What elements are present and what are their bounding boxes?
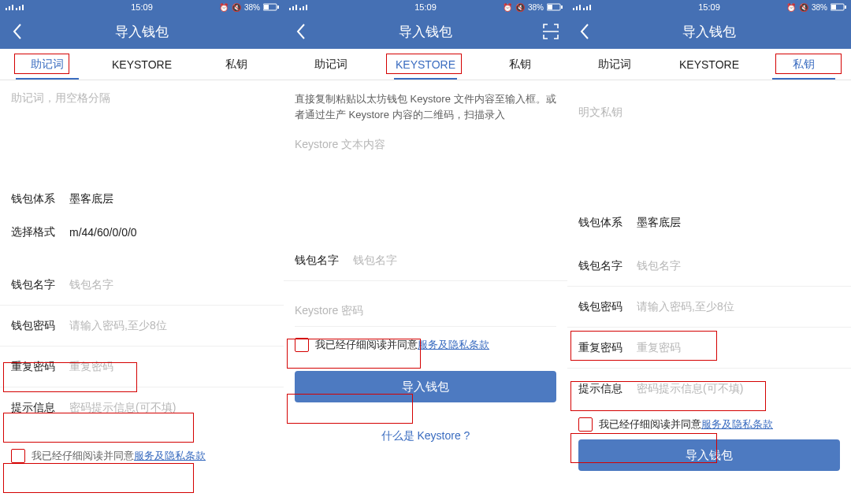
tabs: 助记词 KEYSTORE 私钥 — [284, 49, 567, 80]
format-label: 选择格式 — [11, 225, 69, 239]
tab-mnemonic[interactable]: 助记词 — [0, 49, 95, 80]
what-is-keystore-link[interactable]: 什么是 Keystore ? — [284, 410, 567, 462]
wallet-pwd-label: 钱包密码 — [11, 319, 69, 333]
mnemonic-textarea[interactable]: 助记词，用空格分隔 — [0, 80, 284, 183]
back-icon — [295, 23, 307, 40]
wallet-hint-label: 提示信息 — [578, 382, 637, 396]
consent-checkbox[interactable] — [295, 338, 309, 352]
tab-label: 私钥 — [793, 57, 815, 72]
consent-checkbox[interactable] — [11, 449, 25, 463]
consent-checkbox[interactable] — [578, 417, 593, 432]
consent-text: 我已经仔细阅读并同意服务及隐私条款 — [315, 338, 489, 352]
tab-privkey[interactable]: 私钥 — [189, 49, 284, 80]
wallet-pwd-row[interactable]: 钱包密码 请输入密码,至少8位 — [567, 287, 851, 328]
consent-text: 我已经仔细阅读并同意服务及隐私条款 — [32, 449, 206, 463]
wallet-pwd-placeholder: 请输入密码,至少8位 — [69, 319, 167, 333]
scan-icon — [542, 23, 559, 40]
wallet-pwd2-placeholder: 重复密码 — [637, 341, 681, 355]
consent-row[interactable]: 我已经仔细阅读并同意服务及隐私条款 — [567, 410, 851, 435]
consent-row[interactable]: 我已经仔细阅读并同意服务及隐私条款 — [284, 327, 567, 363]
wallet-name-row[interactable]: 钱包名字 钱包名字 — [0, 265, 284, 306]
tab-keystore[interactable]: KEYSTORE — [662, 49, 756, 80]
wallet-hint-placeholder: 密码提示信息(可不填) — [69, 401, 176, 415]
format-value: m/44/60/0/0/0 — [69, 226, 137, 239]
screen-privkey: 15:09 ⏰ 🔇 38% 导入钱包 助记词 KEYSTORE 私钥 明文私钥 … — [567, 0, 851, 504]
wallet-hint-label: 提示信息 — [11, 401, 69, 415]
wallet-system-row[interactable]: 钱包体系 墨客底层 — [567, 206, 851, 239]
wallet-name-placeholder: 钱包名字 — [637, 259, 681, 273]
tab-label: KEYSTORE — [396, 58, 455, 71]
terms-link[interactable]: 服务及隐私条款 — [418, 339, 489, 350]
keystore-password-placeholder: Keystore 密码 — [295, 304, 363, 318]
tab-mnemonic[interactable]: 助记词 — [567, 49, 662, 80]
keystore-password-input[interactable]: Keystore 密码 — [295, 295, 556, 327]
tabs: 助记词 KEYSTORE 私钥 — [0, 49, 284, 80]
keystore-textarea[interactable]: Keystore 文本内容 — [284, 122, 567, 240]
wallet-name-label: 钱包名字 — [295, 254, 353, 268]
body: 明文私钥 钱包体系 墨客底层 钱包名字 钱包名字 钱包密码 请输入密码,至少8位… — [567, 80, 851, 504]
wallet-name-row[interactable]: 钱包名字 钱包名字 — [567, 246, 851, 287]
tab-label: KEYSTORE — [679, 58, 739, 71]
tab-label: 助记词 — [314, 57, 347, 72]
wallet-system-value: 墨客底层 — [69, 192, 113, 206]
terms-link[interactable]: 服务及隐私条款 — [701, 418, 773, 430]
appbar: 导入钱包 — [0, 14, 284, 49]
appbar: 导入钱包 — [567, 14, 851, 49]
tab-privkey[interactable]: 私钥 — [756, 49, 851, 80]
wallet-system-value: 墨客底层 — [637, 216, 681, 230]
consent-text: 我已经仔细阅读并同意服务及隐私条款 — [599, 417, 773, 432]
back-icon — [12, 23, 23, 40]
import-button-label: 导入钱包 — [686, 448, 733, 463]
appbar-title: 导入钱包 — [284, 23, 567, 41]
wallet-name-row[interactable]: 钱包名字 钱包名字 — [284, 240, 567, 281]
tab-label: 助记词 — [598, 57, 631, 72]
wallet-name-placeholder: 钱包名字 — [69, 278, 113, 292]
wallet-hint-row[interactable]: 提示信息 密码提示信息(可不填) — [0, 387, 284, 428]
terms-link[interactable]: 服务及隐私条款 — [134, 450, 206, 461]
import-button-label: 导入钱包 — [402, 380, 449, 395]
wallet-pwd-placeholder: 请输入密码,至少8位 — [637, 300, 734, 314]
wallet-pwd-label: 钱包密码 — [578, 300, 637, 314]
back-button[interactable] — [567, 23, 602, 40]
consent-row[interactable]: 我已经仔细阅读并同意服务及隐私条款 — [0, 428, 284, 463]
format-row[interactable]: 选择格式 m/44/60/0/0/0 — [0, 216, 284, 249]
back-button[interactable] — [0, 23, 35, 40]
body: 助记词，用空格分隔 钱包体系 墨客底层 选择格式 m/44/60/0/0/0 钱… — [0, 80, 284, 504]
status-time: 15:09 — [284, 2, 567, 12]
wallet-pwd2-placeholder: 重复密码 — [69, 360, 113, 374]
appbar-title: 导入钱包 — [567, 23, 851, 41]
tab-label: 助记词 — [31, 57, 64, 72]
statusbar: 15:09 ⏰ 🔇 38% — [567, 0, 851, 14]
wallet-system-label: 钱包体系 — [578, 216, 637, 230]
wallet-system-label: 钱包体系 — [11, 192, 69, 206]
tab-privkey[interactable]: 私钥 — [473, 49, 567, 80]
wallet-name-label: 钱包名字 — [11, 278, 69, 292]
wallet-name-label: 钱包名字 — [578, 259, 637, 273]
wallet-pwd2-label: 重复密码 — [11, 360, 69, 374]
tab-label: 私钥 — [509, 57, 531, 72]
wallet-pwd2-label: 重复密码 — [578, 341, 637, 355]
tab-mnemonic[interactable]: 助记词 — [284, 49, 378, 80]
bottom-link-label: 什么是 Keystore ? — [381, 429, 470, 442]
tab-label: KEYSTORE — [112, 58, 172, 71]
wallet-pwd2-row[interactable]: 重复密码 重复密码 — [0, 346, 284, 387]
privkey-textarea[interactable]: 明文私钥 — [567, 80, 851, 206]
tab-keystore[interactable]: KEYSTORE — [95, 49, 189, 80]
appbar-title: 导入钱包 — [0, 23, 284, 41]
tab-keystore[interactable]: KEYSTORE — [378, 49, 473, 80]
import-wallet-button[interactable]: 导入钱包 — [578, 439, 840, 471]
wallet-pwd-row[interactable]: 钱包密码 请输入密码,至少8位 — [0, 306, 284, 346]
wallet-hint-row[interactable]: 提示信息 密码提示信息(可不填) — [567, 369, 851, 410]
status-time: 15:09 — [567, 2, 851, 12]
status-time: 15:09 — [0, 2, 284, 12]
body: 直接复制粘贴以太坊钱包 Keystore 文件内容至输入框。或者通过生产 Key… — [284, 80, 567, 504]
wallet-system-row[interactable]: 钱包体系 墨客底层 — [0, 183, 284, 216]
scan-button[interactable] — [542, 14, 559, 49]
statusbar: 15:09 ⏰ 🔇 38% — [0, 0, 284, 14]
import-wallet-button[interactable]: 导入钱包 — [295, 371, 556, 402]
wallet-pwd2-row[interactable]: 重复密码 重复密码 — [567, 328, 851, 369]
back-button[interactable] — [284, 23, 318, 40]
appbar: 导入钱包 — [284, 14, 567, 49]
screen-mnemonic: 15:09 ⏰ 🔇 38% 导入钱包 助记词 KEYSTORE 私钥 助记词，用… — [0, 0, 284, 504]
keystore-description: 直接复制粘贴以太坊钱包 Keystore 文件内容至输入框。或者通过生产 Key… — [284, 80, 567, 122]
